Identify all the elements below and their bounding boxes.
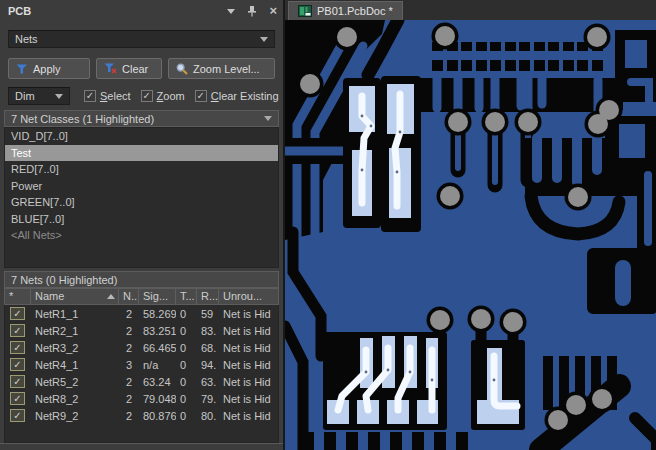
net-class-item[interactable]: Power [5, 178, 278, 195]
option-label: Clear Existing [211, 90, 279, 102]
net-class-item[interactable]: VID_D[7..0] [5, 128, 278, 145]
sort-ascending-icon [107, 294, 115, 299]
checkbox: ✓ [195, 90, 207, 102]
column-header-nodes[interactable]: N.. [119, 289, 139, 304]
column-header-star[interactable]: * [5, 289, 31, 304]
magnifier-icon [176, 63, 188, 75]
net-signal-length: 63.24 [139, 376, 176, 388]
dim-mode-select[interactable]: Dim [8, 87, 70, 105]
net-t-value: 0 [176, 393, 197, 405]
options-row: ✓ Select ✓ Zoom ✓ Clear Existing [84, 87, 279, 105]
option-checkbox[interactable]: ✓ Zoom [141, 90, 185, 102]
net-class-item[interactable]: GREEN[7..0] [5, 194, 278, 211]
net-class-item[interactable]: <All Nets> [5, 227, 278, 244]
net-signal-length: n/a [139, 359, 176, 371]
funnel-icon [16, 64, 28, 74]
net-visible-checkbox[interactable]: ✓ [10, 341, 25, 354]
collapse-icon [264, 116, 272, 121]
pcb-artwork [285, 20, 656, 450]
net-node-count: 3 [119, 359, 139, 371]
document-area: PB01.PcbDoc * [283, 0, 656, 450]
pcb-editor-canvas[interactable] [285, 20, 656, 450]
net-name: NetR3_2 [31, 342, 119, 354]
net-classes-header[interactable]: 7 Net Classes (1 Highlighted) [4, 110, 279, 127]
net-name: NetR9_2 [31, 410, 119, 422]
column-header-unrouted[interactable]: Unrou... [219, 289, 278, 304]
apply-button[interactable]: Apply [8, 58, 90, 79]
table-row[interactable]: ✓ NetR1_1 2 58.269 0 59 Net is Hid [5, 305, 278, 322]
net-routed-length: 59 [197, 308, 219, 320]
checkbox: ✓ [84, 90, 96, 102]
net-t-value: 0 [176, 308, 197, 320]
document-tab-bar: PB01.PcbDoc * [285, 0, 656, 20]
net-t-value: 0 [176, 325, 197, 337]
option-label: Select [100, 90, 131, 102]
net-unrouted-status: Net is Hid [219, 376, 278, 388]
document-tab-label: PB01.PcbDoc * [317, 5, 393, 17]
net-name: NetR8_2 [31, 393, 119, 405]
table-row[interactable]: ✓ NetR9_2 2 80.876 0 80. Net is Hid [5, 407, 278, 424]
net-unrouted-status: Net is Hid [219, 359, 278, 371]
nets-header[interactable]: 7 Nets (0 Highlighted) [4, 271, 279, 288]
net-class-item[interactable]: Test [5, 145, 278, 162]
net-visible-checkbox[interactable]: ✓ [10, 358, 25, 371]
net-unrouted-status: Net is Hid [219, 308, 278, 320]
net-unrouted-status: Net is Hid [219, 393, 278, 405]
option-label: Zoom [157, 90, 185, 102]
net-class-item[interactable]: BLUE[7..0] [5, 211, 278, 228]
zoom-level-button[interactable]: Zoom Level... [168, 58, 275, 79]
column-header-t[interactable]: T... [176, 289, 197, 304]
table-row[interactable]: ✓ NetR8_2 2 79.048 0 79. Net is Hid [5, 390, 278, 407]
funnel-clear-icon [104, 63, 117, 74]
dim-mode-value: Dim [15, 90, 35, 102]
clear-button[interactable]: Clear [96, 58, 162, 79]
net-routed-length: 63. [197, 376, 219, 388]
chevron-down-icon [260, 37, 268, 42]
net-routed-length: 83. [197, 325, 219, 337]
net-routed-length: 94. [197, 359, 219, 371]
column-header-name[interactable]: Name [31, 289, 119, 304]
net-node-count: 2 [119, 325, 139, 337]
column-header-routed[interactable]: R... [197, 289, 219, 304]
pin-icon[interactable] [247, 5, 257, 17]
net-classes-list: VID_D[7..0] Test RED[7..0] Power GREEN[7… [4, 127, 279, 268]
panel-title-bar: PCB × [0, 0, 283, 22]
net-visible-checkbox[interactable]: ✓ [10, 324, 25, 337]
table-row[interactable]: ✓ NetR3_2 2 66.465 0 68. Net is Hid [5, 339, 278, 356]
column-header-signal[interactable]: Sig... [139, 289, 176, 304]
net-visible-checkbox[interactable]: ✓ [10, 392, 25, 405]
nets-table-body: ✓ NetR1_1 2 58.269 0 59 Net is Hid ✓ [4, 305, 279, 443]
altium-workspace: PCB × Nets Apply [0, 0, 656, 450]
net-signal-length: 80.876 [139, 410, 176, 422]
net-node-count: 2 [119, 308, 139, 320]
chevron-down-icon [55, 94, 63, 99]
net-signal-length: 83.251 [139, 325, 176, 337]
option-checkbox[interactable]: ✓ Select [84, 90, 131, 102]
net-node-count: 2 [119, 376, 139, 388]
net-visible-checkbox[interactable]: ✓ [10, 375, 25, 388]
net-name: NetR1_1 [31, 308, 119, 320]
checkbox: ✓ [141, 90, 153, 102]
option-checkbox[interactable]: ✓ Clear Existing [195, 90, 279, 102]
panel-menu-icon[interactable] [227, 9, 235, 14]
close-icon[interactable]: × [269, 5, 277, 17]
pcbdoc-icon [298, 5, 312, 17]
net-unrouted-status: Net is Hid [219, 410, 278, 422]
net-node-count: 2 [119, 342, 139, 354]
net-unrouted-status: Net is Hid [219, 342, 278, 354]
net-routed-length: 80. [197, 410, 219, 422]
net-class-item[interactable]: RED[7..0] [5, 161, 278, 178]
document-tab[interactable]: PB01.PcbDoc * [288, 1, 403, 20]
net-signal-length: 66.465 [139, 342, 176, 354]
net-node-count: 2 [119, 410, 139, 422]
table-row[interactable]: ✓ NetR5_2 2 63.24 0 63. Net is Hid [5, 373, 278, 390]
table-row[interactable]: ✓ NetR2_1 2 83.251 0 83. Net is Hid [5, 322, 278, 339]
net-visible-checkbox[interactable]: ✓ [10, 307, 25, 320]
table-row[interactable]: ✓ NetR4_1 3 n/a 0 94. Net is Hid [5, 356, 278, 373]
panel-mode-select[interactable]: Nets [8, 30, 275, 48]
net-visible-checkbox[interactable]: ✓ [10, 409, 25, 422]
panel-mode-value: Nets [15, 33, 38, 45]
panel-bottom-strip [0, 443, 283, 450]
net-t-value: 0 [176, 410, 197, 422]
nets-table-header: * Name N.. Sig... T... R... Unrou... [4, 288, 279, 305]
